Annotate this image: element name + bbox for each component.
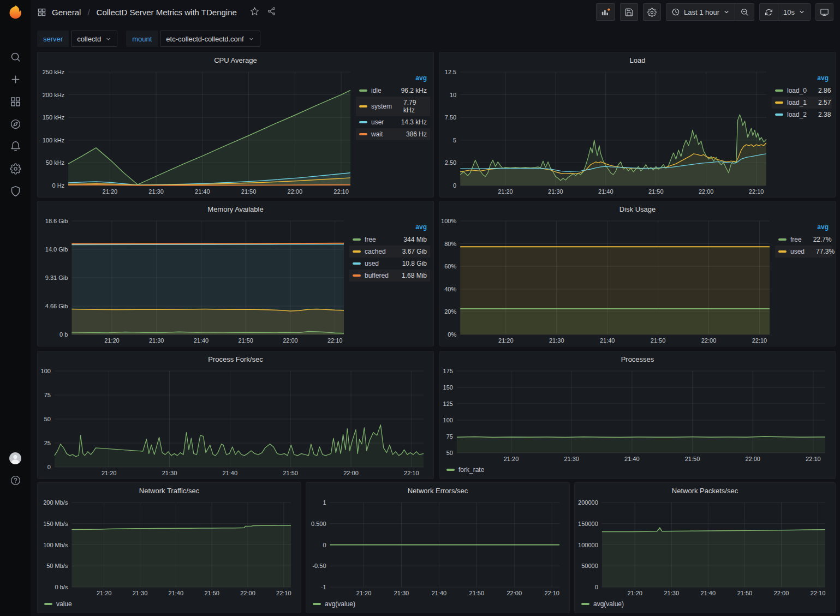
process-fork-chart[interactable]: 025507510021:2021:3021:4021:5022:0022:10 <box>38 367 433 479</box>
add-icon[interactable] <box>9 73 22 86</box>
share-icon[interactable] <box>267 7 276 17</box>
series-swatch <box>353 250 361 253</box>
svg-text:21:20: 21:20 <box>498 337 514 344</box>
legend-item-used[interactable]: used10.8 Gib <box>349 258 430 270</box>
legend-item-buffered[interactable]: buffered1.68 Mib <box>349 270 430 282</box>
panel-network-errors: Network Errors/sec -1-0.5000.500121:2021… <box>306 482 570 613</box>
svg-text:150 Mb/s: 150 Mb/s <box>43 521 68 527</box>
network-packets-chart[interactable]: 05000010000015000020000021:2021:3021:402… <box>575 498 835 599</box>
panel-title[interactable]: Network Errors/sec <box>306 483 569 498</box>
help-icon[interactable] <box>9 474 22 487</box>
legend-header-avg[interactable]: avg <box>356 73 430 85</box>
series-swatch <box>778 250 787 253</box>
time-range-picker[interactable]: Last 1 hour <box>666 4 735 20</box>
legend-item-idle[interactable]: idle96.2 kHz <box>356 85 430 97</box>
legend-item-fork_rate[interactable]: fork_rate <box>446 466 484 474</box>
variable-server-value-dropdown[interactable]: collectd <box>71 31 117 47</box>
svg-text:200 Mb/s: 200 Mb/s <box>43 499 68 506</box>
legend-item-user[interactable]: user14.3 kHz <box>356 116 430 128</box>
legend-item-used[interactable]: used77.3% <box>775 246 832 258</box>
svg-text:21:40: 21:40 <box>195 188 210 195</box>
legend-item-free[interactable]: free22.7% <box>775 234 832 246</box>
series-label: fork_rate <box>458 466 484 474</box>
toolbar: Last 1 hour 10s <box>596 3 833 21</box>
series-swatch <box>359 121 367 123</box>
series-label: load_2 <box>787 111 807 118</box>
legend-item-wait[interactable]: wait386 Hz <box>356 128 430 140</box>
dashboard-settings-button[interactable] <box>643 3 661 21</box>
breadcrumb-separator: / <box>86 8 91 17</box>
legend-item-system[interactable]: system7.79 kHz <box>356 97 430 116</box>
svg-text:100 kHz: 100 kHz <box>43 137 64 143</box>
panel-title[interactable]: Disk Usage <box>440 201 835 217</box>
processes-chart[interactable]: 507510012515017521:2021:3021:4021:5022:0… <box>440 367 835 464</box>
svg-text:22:00: 22:00 <box>240 590 255 596</box>
user-avatar[interactable] <box>9 452 22 465</box>
legend-header-avg[interactable]: avg <box>349 222 430 234</box>
legend-item-avg(value)[interactable]: avg(value) <box>313 600 355 608</box>
breadcrumb-folder[interactable]: General <box>52 8 81 17</box>
legend-item-load_2[interactable]: load_22.38 <box>772 109 832 121</box>
search-icon[interactable] <box>9 50 22 63</box>
svg-text:21:50: 21:50 <box>648 188 664 195</box>
dashboards-icon[interactable] <box>9 95 22 108</box>
refresh-interval-picker[interactable]: 10s <box>778 4 810 20</box>
svg-text:21:20: 21:20 <box>104 337 120 344</box>
svg-text:10: 10 <box>450 92 456 98</box>
legend-item-cached[interactable]: cached3.67 Gib <box>349 246 430 258</box>
panel-title[interactable]: Load <box>440 52 835 68</box>
settings-gear-icon[interactable] <box>9 162 22 175</box>
series-label: value <box>56 600 72 608</box>
dashboard-title[interactable]: CollectD Server Metrics with TDengine <box>97 8 237 17</box>
network-errors-chart[interactable]: -1-0.5000.500121:2021:3021:4021:5022:002… <box>306 498 569 599</box>
panel-title[interactable]: Network Packets/sec <box>575 483 835 498</box>
svg-text:21:20: 21:20 <box>102 470 117 476</box>
series-swatch <box>353 262 361 265</box>
save-dashboard-button[interactable] <box>620 3 638 21</box>
legend-item-load_0[interactable]: load_02.86 <box>772 85 832 97</box>
favorite-star-icon[interactable] <box>250 7 259 17</box>
svg-text:21:20: 21:20 <box>97 590 112 596</box>
disk-usage-legend: avgfree22.7%used77.3% <box>775 222 832 258</box>
dashboard-grid-icon <box>37 8 46 17</box>
svg-text:21:40: 21:40 <box>624 456 640 462</box>
legend-item-free[interactable]: free344 Mib <box>349 234 430 246</box>
svg-text:21:50: 21:50 <box>469 590 485 596</box>
legend-header-avg[interactable]: avg <box>775 222 832 234</box>
grafana-logo-icon[interactable] <box>6 3 25 22</box>
svg-text:21:30: 21:30 <box>148 188 164 195</box>
server-admin-shield-icon[interactable] <box>9 184 22 198</box>
panel-title[interactable]: Process Fork/sec <box>38 351 433 367</box>
panel-title[interactable]: Memory Available <box>38 201 433 217</box>
series-label: used <box>365 260 379 267</box>
series-swatch <box>359 133 367 135</box>
legend-item-avg(value)[interactable]: avg(value) <box>581 600 624 608</box>
cycle-view-mode-button[interactable] <box>815 3 833 21</box>
series-label: wait <box>371 130 383 138</box>
svg-text:21:50: 21:50 <box>241 188 257 195</box>
svg-text:100: 100 <box>443 417 453 423</box>
legend-item-value[interactable]: value <box>44 600 72 608</box>
legend-item-load_1[interactable]: load_12.57 <box>772 97 832 109</box>
panel-title[interactable]: Processes <box>440 351 835 367</box>
panel-title[interactable]: Network Traffic/sec <box>38 483 301 498</box>
svg-text:9.31 Gib: 9.31 Gib <box>45 274 68 281</box>
add-panel-button[interactable] <box>596 3 615 21</box>
zoom-out-button[interactable] <box>735 4 754 20</box>
svg-text:21:50: 21:50 <box>737 590 753 596</box>
refresh-button[interactable] <box>760 4 778 20</box>
svg-text:50 kHz: 50 kHz <box>46 159 64 166</box>
variable-mount-value-dropdown[interactable]: etc-collectd-collectd.conf <box>160 31 260 47</box>
alerting-bell-icon[interactable] <box>9 140 22 153</box>
cpu-average-legend: avgidle96.2 kHzsystem7.79 kHzuser14.3 kH… <box>356 73 430 140</box>
legend-header-avg[interactable]: avg <box>772 73 832 85</box>
svg-text:50: 50 <box>44 416 51 422</box>
panel-title[interactable]: CPU Average <box>38 52 433 68</box>
network-traffic-chart[interactable]: 0 b/s50 Mb/s100 Mb/s150 Mb/s200 Mb/s21:2… <box>38 498 301 599</box>
explore-compass-icon[interactable] <box>9 117 22 130</box>
sidebar-nav <box>0 50 31 198</box>
processes-legend: fork_rate <box>440 464 835 479</box>
svg-text:22:00: 22:00 <box>699 188 714 195</box>
series-avg-value: 344 Mib <box>396 236 427 243</box>
svg-text:2.50: 2.50 <box>445 159 456 166</box>
